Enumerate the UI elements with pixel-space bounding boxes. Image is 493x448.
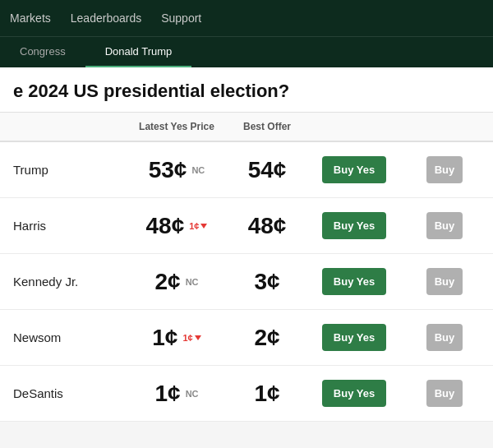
best-offer-cell: 2¢ [222,326,312,349]
action-cell-no: Buy [403,324,493,351]
col-action1 [312,121,403,132]
change-badge: NC [186,277,199,287]
best-offer-price: 54¢ [248,159,287,182]
best-offer-price: 3¢ [254,270,279,293]
best-offer-price: 2¢ [254,326,279,349]
buy-no-button[interactable]: Buy [426,212,463,239]
action-cell-no: Buy [403,212,493,239]
buy-no-button[interactable]: Buy [426,156,463,183]
down-arrow-icon [195,335,201,340]
buy-no-button[interactable]: Buy [426,324,463,351]
buy-no-button[interactable]: Buy [426,268,463,295]
latest-yes-price: 53¢ [149,159,187,182]
page-title: e 2024 US presidential election? [13,81,480,102]
latest-yes-price: 2¢ [154,270,180,293]
action-cell: Buy Yes [312,380,403,407]
nav-item-markets[interactable]: Markets [10,12,51,25]
best-offer-price: 48¢ [248,215,287,238]
change-badge: NC [191,165,205,175]
change-badge: 1¢ [182,333,200,343]
action-cell-no: Buy [403,380,493,407]
best-offer-cell: 1¢ [222,382,312,405]
candidate-name: Trump [0,163,131,177]
best-offer-cell: 3¢ [222,270,312,293]
latest-yes-price-cell: 48¢ 1¢ [131,215,222,238]
action-cell: Buy Yes [312,324,403,351]
market-table: Latest Yes Price Best Offer Trump 53¢ NC… [0,113,493,422]
buy-yes-button[interactable]: Buy Yes [322,212,386,239]
table-row: Harris 48¢ 1¢ 48¢ Buy Yes Buy [0,198,493,254]
buy-yes-button[interactable]: Buy Yes [322,380,386,407]
latest-yes-price-cell: 53¢ NC [131,159,222,182]
candidate-name: Harris [0,219,131,233]
top-nav: Markets Leaderboards Support [0,0,493,36]
action-cell-no: Buy [403,268,493,295]
table-row: Kennedy Jr. 2¢ NC 3¢ Buy Yes Buy [0,254,493,310]
best-offer-cell: 54¢ [222,159,312,182]
latest-yes-price-cell: 1¢ NC [131,382,222,405]
col-action2 [403,121,493,132]
nav-item-support[interactable]: Support [161,12,201,25]
latest-yes-price: 1¢ [154,382,180,405]
action-cell: Buy Yes [312,156,403,183]
tab-congress[interactable]: Congress [0,37,85,67]
tab-donald-trump[interactable]: Donald Trump [85,37,192,67]
down-arrow-icon [200,224,207,229]
buy-yes-button[interactable]: Buy Yes [322,268,386,295]
candidate-name: Kennedy Jr. [0,275,131,289]
table-row: Newsom 1¢ 1¢ 2¢ Buy Yes Buy [0,310,493,366]
change-badge: 1¢ [189,221,207,231]
latest-yes-price: 1¢ [152,326,177,349]
change-badge: NC [186,389,199,399]
table-body: Trump 53¢ NC 54¢ Buy Yes Buy Harris 48¢ … [0,142,493,422]
nav-item-leaderboards[interactable]: Leaderboards [71,12,141,25]
buy-yes-button[interactable]: Buy Yes [322,156,386,183]
buy-no-button[interactable]: Buy [426,380,463,407]
candidate-name: DeSantis [0,386,131,400]
table-row: Trump 53¢ NC 54¢ Buy Yes Buy [0,142,493,198]
latest-yes-price-cell: 1¢ 1¢ [131,326,222,349]
candidate-name: Newsom [0,330,131,344]
sub-nav: Congress Donald Trump [0,36,493,67]
buy-yes-button[interactable]: Buy Yes [322,324,386,351]
action-cell: Buy Yes [312,268,403,295]
col-candidate [0,121,131,132]
page-title-area: e 2024 US presidential election? [0,67,493,113]
table-row: DeSantis 1¢ NC 1¢ Buy Yes Buy [0,366,493,422]
col-latest-yes-price: Latest Yes Price [131,121,222,132]
col-best-offer: Best Offer [222,121,312,132]
table-header: Latest Yes Price Best Offer [0,113,493,142]
best-offer-cell: 48¢ [222,215,312,238]
action-cell-no: Buy [403,156,493,183]
best-offer-price: 1¢ [254,382,279,405]
latest-yes-price: 48¢ [146,215,185,238]
action-cell: Buy Yes [312,212,403,239]
latest-yes-price-cell: 2¢ NC [131,270,222,293]
